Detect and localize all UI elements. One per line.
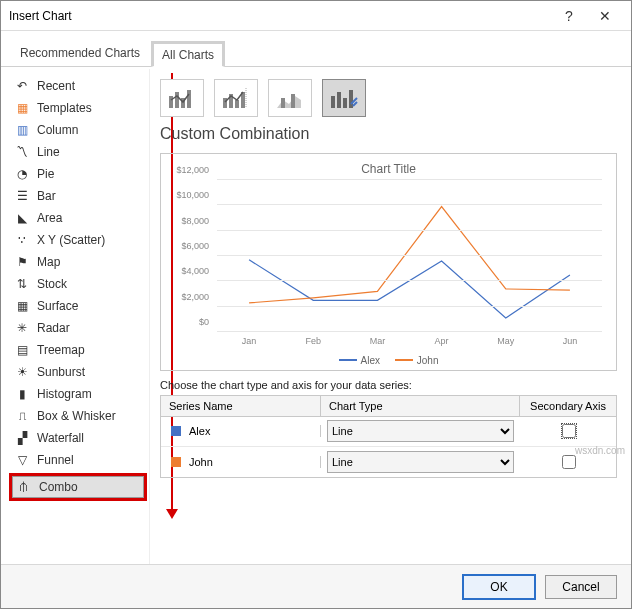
legend-swatch-john [395,359,413,361]
sidebar-item-radar[interactable]: ✳Radar [11,317,145,339]
sidebar-item-pie[interactable]: ◔Pie [11,163,145,185]
series-row-john: John Line [161,447,616,477]
scatter-icon: ∵ [15,233,29,247]
svg-rect-11 [291,94,295,108]
sidebar-item-waterfall[interactable]: ▞Waterfall [11,427,145,449]
sidebar-item-scatter[interactable]: ∵X Y (Scatter) [11,229,145,251]
bar-icon: ☰ [15,189,29,203]
content-pane: Custom Combination Chart Title $0$2,000$… [149,69,631,564]
insert-chart-dialog: Insert Chart ? ✕ Recommended Charts All … [0,0,632,609]
header-series-name: Series Name [161,396,321,416]
combo-icon: ⫛ [17,480,31,494]
sidebar-item-box-whisker[interactable]: ⎍Box & Whisker [11,405,145,427]
chart-legend: Alex John [171,352,606,366]
combo-presets [160,79,617,117]
recent-icon: ↶ [15,79,29,93]
chart-plot-area: $0$2,000$4,000$6,000$8,000$10,000$12,000… [171,180,606,350]
radar-icon: ✳ [15,321,29,335]
sidebar-item-area[interactable]: ◣Area [11,207,145,229]
preset-clustered-column-line[interactable] [160,79,204,117]
series-swatch-alex [171,426,181,436]
series-swatch-john [171,457,181,467]
close-button[interactable]: ✕ [587,8,623,24]
sidebar-item-stock[interactable]: ⇅Stock [11,273,145,295]
sidebar-item-treemap[interactable]: ▤Treemap [11,339,145,361]
svg-rect-10 [281,98,285,108]
preset-custom-combination[interactable] [322,79,366,117]
series-table: Series Name Chart Type Secondary Axis Al… [160,395,617,478]
plot-region [217,180,602,332]
map-icon: ⚑ [15,255,29,269]
sunburst-icon: ☀ [15,365,29,379]
preset-clustered-column-line-secondary[interactable] [214,79,258,117]
surface-icon: ▦ [15,299,29,313]
svg-rect-6 [235,100,239,108]
waterfall-icon: ▞ [15,431,29,445]
subtype-title: Custom Combination [160,125,617,143]
dialog-footer: OK Cancel [1,564,631,608]
pie-icon: ◔ [15,167,29,181]
area-icon: ◣ [15,211,29,225]
sidebar-item-bar[interactable]: ☰Bar [11,185,145,207]
header-secondary-axis: Secondary Axis [520,396,616,416]
secondary-axis-checkbox-john[interactable] [562,455,576,469]
y-axis: $0$2,000$4,000$6,000$8,000$10,000$12,000 [171,180,213,332]
svg-rect-13 [337,92,341,108]
treemap-icon: ▤ [15,343,29,357]
chart-type-select-alex[interactable]: Line [327,420,514,442]
svg-rect-4 [223,98,227,108]
tab-recommended-charts[interactable]: Recommended Charts [9,39,151,66]
histogram-icon: ▮ [15,387,29,401]
funnel-icon: ▽ [15,453,29,467]
series-row-alex: Alex Line [161,417,616,447]
x-axis: JanFebMarAprMayJun [217,336,602,350]
chart-type-sidebar: ↶Recent ▦Templates ▥Column 〽Line ◔Pie ☰B… [1,69,149,564]
sidebar-item-map[interactable]: ⚑Map [11,251,145,273]
sidebar-item-combo[interactable]: ⫛Combo [12,476,144,498]
legend-swatch-alex [339,359,357,361]
svg-rect-0 [169,96,173,108]
sidebar-item-line[interactable]: 〽Line [11,141,145,163]
svg-marker-9 [277,96,301,108]
tab-strip: Recommended Charts All Charts [1,39,631,67]
dialog-title: Insert Chart [9,9,551,23]
sidebar-item-templates[interactable]: ▦Templates [11,97,145,119]
chart-type-select-john[interactable]: Line [327,451,514,473]
svg-rect-3 [187,90,191,108]
templates-icon: ▦ [15,101,29,115]
sidebar-item-funnel[interactable]: ▽Funnel [11,449,145,471]
stock-icon: ⇅ [15,277,29,291]
sidebar-item-column[interactable]: ▥Column [11,119,145,141]
svg-rect-12 [331,96,335,108]
box-whisker-icon: ⎍ [15,409,29,423]
chart-preview: Chart Title $0$2,000$4,000$6,000$8,000$1… [160,153,617,371]
series-header: Series Name Chart Type Secondary Axis [161,396,616,417]
ok-button[interactable]: OK [463,575,535,599]
secondary-axis-checkbox-alex[interactable] [562,424,576,438]
sidebar-item-histogram[interactable]: ▮Histogram [11,383,145,405]
titlebar: Insert Chart ? ✕ [1,1,631,31]
help-button[interactable]: ? [551,8,587,24]
preset-stacked-area-column[interactable] [268,79,312,117]
chart-title: Chart Title [171,162,606,176]
series-prompt: Choose the chart type and axis for your … [160,379,617,391]
header-chart-type: Chart Type [321,396,520,416]
column-icon: ▥ [15,123,29,137]
sidebar-item-sunburst[interactable]: ☀Sunburst [11,361,145,383]
cancel-button[interactable]: Cancel [545,575,617,599]
svg-rect-14 [343,98,347,108]
line-icon: 〽 [15,145,29,159]
tab-all-charts[interactable]: All Charts [151,41,225,67]
sidebar-item-recent[interactable]: ↶Recent [11,75,145,97]
watermark: wsxdn.com [575,445,625,456]
svg-rect-1 [175,92,179,108]
sidebar-item-surface[interactable]: ▦Surface [11,295,145,317]
